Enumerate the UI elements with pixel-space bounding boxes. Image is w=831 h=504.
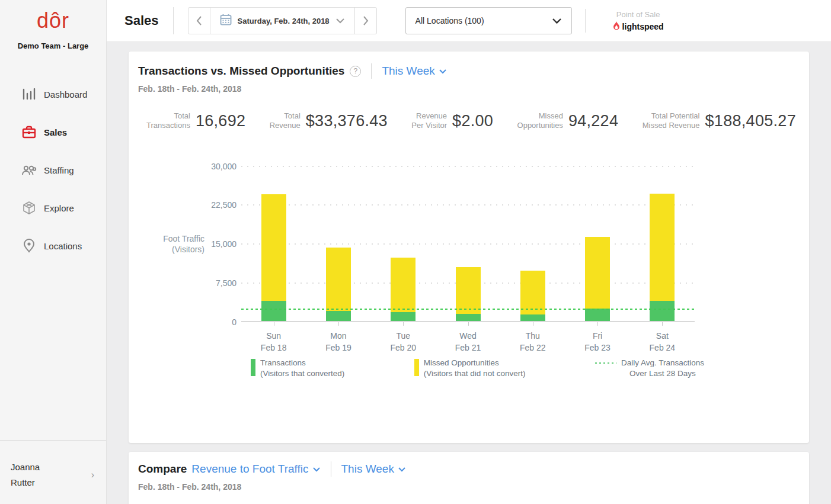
- transactions-segment[interactable]: [456, 314, 481, 321]
- chevron-down-icon: [398, 467, 406, 472]
- date-range-label: Feb. 18th - Feb. 24th, 2018: [138, 482, 800, 492]
- lightspeed-wordmark: lightspeed: [622, 22, 664, 31]
- yellow-swatch-icon: [414, 359, 419, 376]
- chevron-right-icon[interactable]: ›: [91, 470, 97, 480]
- range-selector[interactable]: This Week: [382, 65, 446, 78]
- compare-range-selector[interactable]: This Week: [341, 463, 406, 476]
- missed-opportunities-segment[interactable]: [391, 258, 416, 312]
- x-tick-label: WedFeb 21: [455, 330, 481, 354]
- transactions-segment[interactable]: [650, 301, 675, 321]
- user-menu[interactable]: Joanna Rutter ›: [0, 441, 106, 504]
- bar-wed[interactable]: [456, 267, 481, 320]
- stat-value: 16,692: [196, 112, 245, 130]
- compare-title: Compare: [138, 463, 187, 476]
- gridline: [241, 166, 695, 167]
- sidebar-item-label: Staffing: [44, 165, 74, 175]
- transactions-segment[interactable]: [520, 314, 545, 321]
- missed-opportunities-segment[interactable]: [650, 194, 675, 301]
- transactions-segment[interactable]: [326, 311, 351, 320]
- transactions-card: Transactions vs. Missed Opportunities ? …: [129, 52, 809, 443]
- y-tick-label: 0: [232, 317, 236, 327]
- dotted-line-swatch-icon: [595, 362, 616, 364]
- x-tick-label: SatFeb 24: [650, 330, 676, 354]
- x-tick-mark: [597, 322, 598, 326]
- chevron-down-icon: [439, 69, 447, 74]
- missed-opportunities-segment[interactable]: [456, 267, 481, 313]
- transactions-segment[interactable]: [585, 309, 610, 321]
- bar-thu[interactable]: [520, 271, 545, 320]
- chevron-down-icon: [552, 18, 562, 24]
- sidebar-item-explore[interactable]: Explore: [0, 189, 106, 227]
- gridline: [241, 204, 695, 206]
- lightspeed-brand: lightspeed: [613, 21, 664, 32]
- sidebar-nav: Dashboard Sales: [0, 75, 106, 265]
- stat-value: $33,376.43: [306, 112, 388, 130]
- missed-opportunities-segment[interactable]: [520, 271, 545, 314]
- team-name: Demo Team - Large: [0, 41, 106, 50]
- stat-missed-opportunities: MissedOpportunities 94,224: [517, 111, 619, 131]
- x-tick-mark: [662, 322, 663, 326]
- missed-opportunities-segment[interactable]: [261, 194, 286, 301]
- sidebar-item-sales[interactable]: Sales: [0, 113, 106, 151]
- bar-sun[interactable]: [261, 194, 286, 321]
- x-tick-label: SunFeb 18: [261, 330, 287, 354]
- compare-metric-selector[interactable]: Revenue to Foot Traffic: [191, 463, 320, 476]
- date-picker-value[interactable]: Saturday, Feb. 24th, 2018: [210, 8, 355, 34]
- stat-value: 94,224: [568, 112, 618, 130]
- locations-dropdown-value: All Locations (100): [416, 16, 484, 25]
- card-title: Transactions vs. Missed Opportunities: [138, 65, 344, 78]
- stat-revenue-per-visitor: RevenuePer Visitor $2.00: [411, 111, 493, 131]
- stat-value: $2.00: [452, 112, 493, 130]
- sidebar-item-locations[interactable]: Locations: [0, 227, 106, 265]
- daily-avg-reference-line: [241, 309, 695, 310]
- x-tick-label: FriFeb 23: [584, 330, 611, 354]
- chevron-down-icon: [335, 18, 345, 24]
- content: Transactions vs. Missed Opportunities ? …: [107, 42, 831, 504]
- people-icon: [21, 163, 37, 177]
- x-tick-mark: [338, 322, 339, 326]
- chevron-down-icon: [312, 467, 321, 472]
- legend-daily-avg: Daily Avg. TransactionsOver Last 28 Days: [595, 358, 704, 380]
- bar-tue[interactable]: [391, 258, 416, 321]
- topbar-divider: [173, 7, 174, 34]
- topbar: Sales: [107, 0, 831, 42]
- map-pin-icon: [21, 239, 37, 253]
- chart-legend: Transactions(Visitors that converted) Mi…: [251, 358, 704, 380]
- x-tick-label: ThuFeb 22: [520, 330, 546, 354]
- x-tick-mark: [468, 322, 469, 326]
- transactions-segment[interactable]: [261, 301, 286, 321]
- sidebar-item-label: Explore: [44, 203, 74, 213]
- sidebar-item-staffing[interactable]: Staffing: [0, 151, 106, 189]
- missed-opportunities-segment[interactable]: [585, 237, 610, 309]
- green-swatch-icon: [251, 359, 255, 376]
- stat-total-transactions: TotalTransactions 16,692: [146, 111, 245, 131]
- stat-total-revenue: TotalRevenue $33,376.43: [270, 111, 388, 131]
- help-icon[interactable]: ?: [350, 66, 361, 77]
- pos-label: Point of Sale: [613, 10, 664, 19]
- next-day-button[interactable]: [355, 8, 376, 34]
- compare-card: Compare Revenue to Foot Traffic This Wee…: [129, 452, 809, 504]
- sidebar-item-dashboard[interactable]: Dashboard: [0, 75, 106, 113]
- stat-potential-missed-revenue: Total PotentialMissed Revenue $188,405.2…: [643, 111, 796, 131]
- locations-dropdown[interactable]: All Locations (100): [405, 7, 572, 34]
- x-tick-label: TueFeb 20: [390, 330, 416, 354]
- stats-row: TotalTransactions 16,692 TotalRevenue $3…: [146, 111, 796, 131]
- header-divider: [331, 461, 331, 477]
- bar-sat[interactable]: [650, 194, 675, 321]
- y-tick-label: 22,500: [211, 200, 236, 210]
- sidebar-item-label: Locations: [44, 241, 82, 251]
- legend-transactions: Transactions(Visitors that converted): [251, 358, 344, 380]
- bar-fri[interactable]: [585, 237, 610, 321]
- hexagon-icon: [21, 201, 37, 215]
- y-tick-label: 30,000: [211, 162, 236, 171]
- sidebar-item-label: Dashboard: [44, 89, 87, 99]
- bar-chart-icon: [21, 87, 37, 101]
- x-tick-label: MonFeb 19: [325, 330, 351, 354]
- transactions-segment[interactable]: [391, 312, 416, 321]
- topbar-divider: [585, 9, 586, 33]
- calendar-icon: [220, 14, 232, 28]
- x-tick-mark: [274, 322, 274, 326]
- main-area: Sales: [107, 0, 831, 504]
- missed-opportunities-segment[interactable]: [326, 248, 351, 311]
- prev-day-button[interactable]: [188, 8, 210, 34]
